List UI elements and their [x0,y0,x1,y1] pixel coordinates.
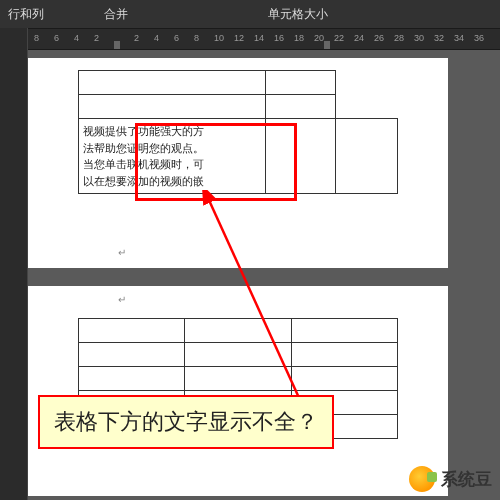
table-cell[interactable] [291,343,397,367]
table-row [79,95,398,119]
table-cell[interactable] [266,95,336,119]
table-cell[interactable] [185,319,291,343]
table-cell[interactable] [185,343,291,367]
table-row [79,367,398,391]
ruler-tick: 28 [394,33,404,43]
ruler-tick: 16 [274,33,284,43]
table-cell-with-text[interactable]: 视频提供了功能强大的方 法帮助您证明您的观点。 当您单击联机视频时，可 以在想要… [79,119,266,194]
table-row [79,319,398,343]
table-row [79,71,398,95]
cell-text[interactable]: 视频提供了功能强大的方 法帮助您证明您的观点。 当您单击联机视频时，可 以在想要… [83,123,261,189]
ruler-indent-marker[interactable] [324,41,330,49]
ruler-tick: 8 [194,33,199,43]
callout-text: 表格下方的文字显示不全？ [54,409,318,434]
ruler-tick: 32 [434,33,444,43]
ruler-tick: 18 [294,33,304,43]
table-cell[interactable] [185,367,291,391]
ruler-tick: 36 [474,33,484,43]
ruler-tick: 20 [314,33,324,43]
paragraph-mark-icon: ↵ [118,247,126,258]
watermark-logo-icon [409,466,435,492]
toolbar-rows-cols[interactable]: 行和列 [8,6,44,23]
document-canvas[interactable]: 视频提供了功能强大的方 法帮助您证明您的观点。 当您单击联机视频时，可 以在想要… [0,50,500,500]
text-line: 法帮助您证明您的观点。 [83,142,204,154]
table-cell[interactable] [79,95,266,119]
table-cell[interactable] [291,319,397,343]
ruler-tick: 2 [94,33,99,43]
watermark: 系统豆 [409,466,492,492]
ruler-tick: 8 [34,33,39,43]
page-1: 视频提供了功能强大的方 法帮助您证明您的观点。 当您单击联机视频时，可 以在想要… [28,58,448,268]
page-2: ↵ [28,286,448,496]
table-cell[interactable] [79,367,185,391]
ruler-tick: 4 [74,33,79,43]
ruler-tick: 24 [354,33,364,43]
ruler-tick: 10 [214,33,224,43]
text-line: 视频提供了功能强大的方 [83,125,204,137]
paragraph-mark-icon: ↵ [118,294,126,305]
table-cell[interactable] [79,319,185,343]
toolbar-cell-size[interactable]: 单元格大小 [268,6,328,23]
table-cell[interactable] [79,71,266,95]
table-row [79,343,398,367]
table-cell[interactable] [79,343,185,367]
horizontal-ruler[interactable]: 8 6 4 2 2 4 6 8 10 12 14 16 18 20 22 24 … [0,28,500,50]
table-cell[interactable] [291,367,397,391]
ruler-tick: 34 [454,33,464,43]
table-cell[interactable] [335,119,397,194]
annotation-callout: 表格下方的文字显示不全？ [38,395,334,449]
ruler-tick: 6 [54,33,59,43]
ruler-tick: 6 [174,33,179,43]
table-cell[interactable] [266,119,336,194]
ribbon-toolbar: 行和列 合并 单元格大小 [0,0,500,28]
ruler-tick: 2 [134,33,139,43]
table-cell[interactable] [266,71,336,95]
text-line: 当您单击联机视频时，可 [83,158,204,170]
watermark-name: 系统豆 [441,468,492,491]
toolbar-merge[interactable]: 合并 [104,6,128,23]
ruler-tick: 14 [254,33,264,43]
ruler-tick: 12 [234,33,244,43]
ruler-scale: 8 6 4 2 2 4 6 8 10 12 14 16 18 20 22 24 … [28,29,500,49]
vertical-ruler[interactable] [0,50,28,500]
table-row: 视频提供了功能强大的方 法帮助您证明您的观点。 当您单击联机视频时，可 以在想要… [79,119,398,194]
ruler-tick: 22 [334,33,344,43]
document-table-1[interactable]: 视频提供了功能强大的方 法帮助您证明您的观点。 当您单击联机视频时，可 以在想要… [78,70,398,194]
ruler-tick: 4 [154,33,159,43]
ruler-tick: 26 [374,33,384,43]
ruler-corner [0,28,28,50]
text-line: 以在想要添加的视频的嵌 [83,175,204,187]
ruler-indent-marker[interactable] [114,41,120,49]
ruler-tick: 30 [414,33,424,43]
